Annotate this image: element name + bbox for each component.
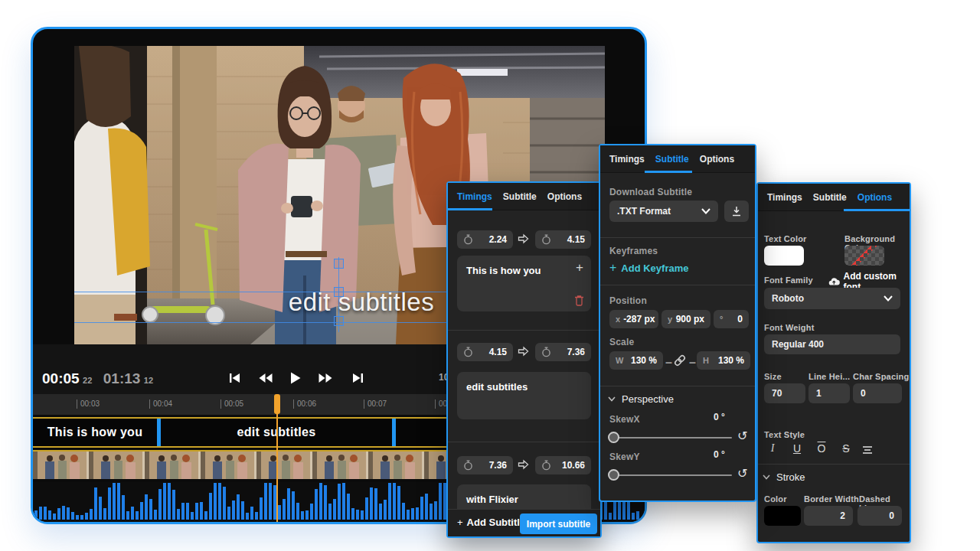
add-subtitle-button[interactable]: + Add Subtitle bbox=[457, 517, 525, 528]
skewy-label: SkewY bbox=[609, 452, 640, 462]
skip-end-button[interactable] bbox=[348, 370, 367, 386]
scale-width-input[interactable]: W 130 % bbox=[609, 351, 663, 370]
play-button[interactable] bbox=[286, 370, 305, 386]
font-weight-value: Regular 400 bbox=[772, 339, 824, 350]
size-input[interactable]: 70 bbox=[764, 383, 805, 403]
font-weight-field[interactable]: Regular 400 bbox=[764, 334, 900, 354]
active-tab-underline bbox=[448, 208, 492, 210]
clip-label: This is how you bbox=[47, 425, 143, 439]
h-value: 130 % bbox=[718, 355, 744, 366]
start-time-input[interactable]: 2.24 bbox=[457, 230, 513, 249]
skewy-slider-knob[interactable] bbox=[608, 469, 619, 481]
download-subtitle-button[interactable] bbox=[724, 201, 749, 222]
tab-timings[interactable]: Timings bbox=[457, 191, 492, 202]
rewind-button[interactable] bbox=[256, 370, 275, 386]
cloud-upload-icon bbox=[828, 277, 840, 286]
perspective-section-toggle[interactable]: Perspective bbox=[608, 393, 674, 405]
start-time-value: 4.15 bbox=[489, 347, 507, 357]
row-divider bbox=[448, 442, 600, 442]
tab-options[interactable]: Options bbox=[547, 191, 582, 202]
skewy-slider-track[interactable] bbox=[609, 474, 732, 476]
stopwatch-icon bbox=[541, 234, 551, 245]
dashed-line-input[interactable]: 0 bbox=[858, 506, 902, 526]
delete-subtitle-icon[interactable] bbox=[574, 295, 584, 306]
chevron-down-icon bbox=[608, 396, 616, 402]
text-color-swatch[interactable] bbox=[764, 246, 804, 266]
char-spacing-input[interactable]: 0 bbox=[853, 383, 902, 403]
section-divider bbox=[600, 386, 755, 386]
ruler-tick: 00:04 bbox=[149, 399, 172, 409]
stopwatch-icon bbox=[541, 347, 551, 357]
timings-panel: Timings Subtitle Options 2.24 4.15 bbox=[446, 181, 602, 538]
y-prefix: y bbox=[668, 315, 672, 324]
add-keyframe-button[interactable]: + Add Keyframe bbox=[609, 261, 688, 275]
add-keyframe-label: Add Keyframe bbox=[621, 262, 688, 274]
position-y-input[interactable]: y 900 px bbox=[662, 310, 710, 328]
tab-subtitle[interactable]: Subtitle bbox=[503, 191, 537, 202]
skewx-slider-track[interactable] bbox=[609, 437, 732, 439]
link-scale-icon[interactable] bbox=[673, 354, 687, 370]
align-center-icon[interactable] bbox=[861, 444, 874, 458]
plus-icon: + bbox=[457, 517, 463, 528]
stopwatch-icon bbox=[463, 460, 473, 471]
overline-style-button[interactable]: O bbox=[815, 442, 828, 455]
tab-timings[interactable]: Timings bbox=[767, 192, 802, 203]
playhead-handle[interactable] bbox=[274, 394, 280, 414]
subtitle-format-select[interactable]: .TXT Format bbox=[609, 201, 718, 222]
rewind-icon bbox=[259, 373, 273, 383]
subtitle-text-card[interactable]: This is how you + bbox=[457, 256, 591, 311]
import-subtitle-button[interactable]: Import subtitle bbox=[520, 514, 597, 534]
skewy-reset-button[interactable]: ↺ bbox=[737, 468, 747, 480]
tab-subtitle[interactable]: Subtitle bbox=[655, 154, 689, 165]
total-time: 01:13 bbox=[103, 370, 141, 386]
tab-subtitle[interactable]: Subtitle bbox=[813, 192, 847, 203]
background-color-swatch[interactable] bbox=[844, 246, 884, 266]
subtitle-text-card[interactable]: edit subtitles bbox=[457, 372, 591, 419]
degree-prefix: ° bbox=[720, 315, 723, 324]
scale-handle-bottom[interactable] bbox=[334, 316, 344, 326]
end-time-input[interactable]: 4.15 bbox=[535, 230, 591, 249]
fast-forward-button[interactable] bbox=[316, 370, 335, 386]
line-height-label: Line Hei... bbox=[808, 372, 850, 381]
end-time-input[interactable]: 10.66 bbox=[535, 456, 591, 474]
play-icon bbox=[290, 372, 301, 384]
section-divider bbox=[600, 237, 755, 238]
chevron-down-icon bbox=[701, 208, 710, 214]
rotate-handle[interactable] bbox=[334, 259, 344, 269]
add-line-button[interactable]: + bbox=[576, 260, 583, 276]
strikethrough-style-button[interactable]: S bbox=[839, 442, 853, 455]
stroke-color-swatch[interactable] bbox=[764, 506, 801, 526]
total-frames: 12 bbox=[144, 376, 153, 385]
font-family-select[interactable]: Roboto bbox=[764, 288, 900, 309]
end-time-value: 10.66 bbox=[562, 460, 585, 471]
timings-panel-footer: + Add Subtitle Import subtitle bbox=[448, 509, 600, 536]
dashed-line-value: 0 bbox=[889, 510, 894, 521]
font-family-value: Roboto bbox=[772, 293, 804, 304]
line-height-input[interactable]: 1 bbox=[808, 383, 850, 403]
stroke-section-toggle[interactable]: Stroke bbox=[763, 471, 805, 483]
ruler-tick: 00:07 bbox=[364, 399, 387, 409]
start-time-input[interactable]: 4.15 bbox=[457, 343, 513, 361]
subtitle-card-text: This is how you bbox=[466, 265, 541, 276]
skewx-slider-knob[interactable] bbox=[608, 432, 619, 443]
rotation-input[interactable]: ° 0 bbox=[714, 310, 749, 328]
border-width-input[interactable]: 2 bbox=[804, 506, 853, 526]
start-time-input[interactable]: 7.36 bbox=[457, 456, 513, 474]
position-x-input[interactable]: x -287 px bbox=[609, 310, 658, 328]
page-background: edit subtitles 00:05 22 01:13 12 bbox=[0, 0, 980, 551]
italic-style-button[interactable]: I bbox=[766, 442, 779, 455]
scale-height-input[interactable]: H 130 % bbox=[697, 351, 750, 370]
tab-options[interactable]: Options bbox=[858, 192, 892, 203]
subtitle-clip[interactable]: This is how you bbox=[33, 419, 157, 446]
tab-options[interactable]: Options bbox=[700, 154, 734, 165]
import-subtitle-label: Import subtitle bbox=[527, 519, 590, 530]
x-prefix: x bbox=[616, 315, 620, 324]
skip-end-icon bbox=[351, 373, 364, 383]
skewx-reset-button[interactable]: ↺ bbox=[737, 430, 747, 442]
tab-timings[interactable]: Timings bbox=[609, 154, 645, 165]
end-time-input[interactable]: 7.36 bbox=[535, 343, 591, 361]
chevron-down-icon bbox=[763, 474, 770, 480]
underline-style-button[interactable]: U bbox=[790, 442, 804, 455]
skip-start-button[interactable] bbox=[226, 370, 244, 386]
start-time-value: 7.36 bbox=[489, 460, 507, 471]
